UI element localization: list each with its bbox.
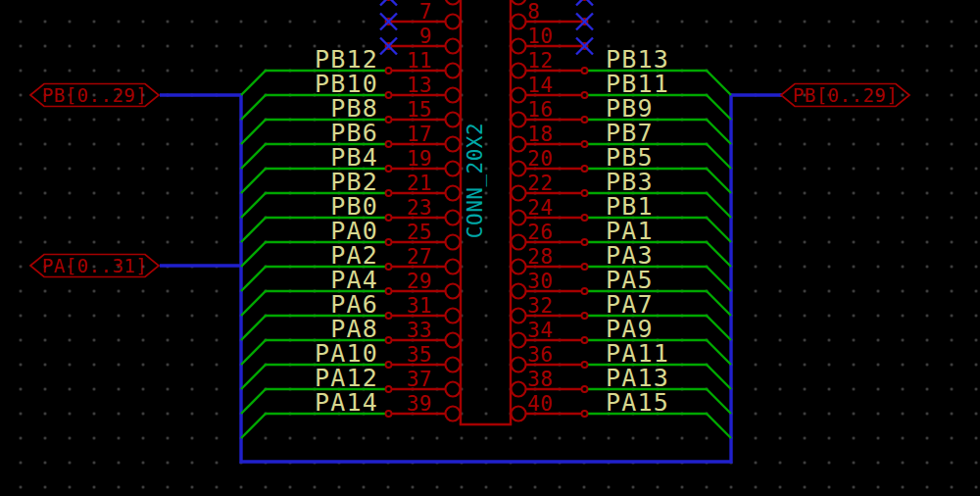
pin-circle [446, 64, 461, 78]
hier-label-text: PA[0..31] [42, 255, 147, 276]
pin-number: 27 [407, 245, 432, 269]
pin-end-circle [582, 313, 588, 319]
pin-end-circle [386, 411, 392, 417]
hier-label-text: PB[0..29] [793, 84, 898, 106]
pin-circle [512, 39, 526, 54]
pin-number: 40 [527, 392, 553, 416]
pin-circle [446, 211, 461, 225]
hier-label-text: PB[0..29] [42, 84, 147, 106]
pin-number: 18 [527, 123, 553, 146]
schematic-drawing: 7891011121314151617181920212223242526272… [0, 0, 980, 496]
pin-circle [512, 309, 526, 323]
pin-number: 29 [407, 270, 432, 293]
pin-number: 35 [407, 343, 432, 367]
pin-number: 36 [527, 343, 553, 367]
pin-end-circle [582, 166, 588, 172]
pin-number: 8 [527, 0, 540, 24]
pin-end-circle [582, 362, 588, 368]
pin-number: 24 [527, 196, 553, 220]
pin-number: 37 [407, 368, 432, 391]
pin-circle [512, 0, 526, 5]
pin-end-circle [386, 337, 392, 343]
pin-circle [446, 39, 461, 54]
pin-number: 13 [407, 74, 432, 97]
pin-end-circle [386, 362, 392, 368]
pin-circle [446, 0, 461, 5]
pin-circle [446, 260, 461, 274]
hierarchical-label-pb-right[interactable]: PB[0..29] [781, 84, 909, 107]
pin-number: 12 [527, 49, 553, 73]
pin-circle [446, 382, 461, 397]
net-labels: PB12PB13PB10PB11PB8PB9PB6PB7PB4PB5PB2PB3… [315, 45, 669, 417]
pin-number: 7 [419, 0, 432, 24]
pin-circle [446, 88, 461, 103]
pin-number: 34 [527, 319, 553, 342]
pin-end-circle [386, 190, 392, 196]
pin-circle [512, 162, 526, 176]
pin-circle [446, 186, 461, 201]
pin-circle [512, 113, 526, 127]
pin-end-circle [582, 190, 588, 196]
pin-number: 38 [527, 368, 553, 391]
pin-end-circle [386, 288, 392, 294]
pin-end-circle [386, 313, 392, 319]
pin-circle [512, 407, 526, 422]
pin-end-circle [582, 117, 588, 123]
net-wire[interactable] [588, 414, 732, 438]
pin-end-circle [582, 215, 588, 221]
pin-number: 14 [527, 74, 553, 97]
pin-circle [446, 333, 461, 348]
pin-number: 19 [407, 147, 432, 171]
pin-number: 21 [407, 172, 432, 195]
pin-number: 15 [407, 98, 432, 122]
pin-number: 31 [407, 294, 432, 318]
pin-end-circle [582, 386, 588, 392]
pin-number: 22 [527, 172, 553, 195]
hierarchical-label-pa-left[interactable]: PA[0..31] [30, 255, 159, 277]
pin-end-circle [386, 166, 392, 172]
pin-circle [446, 162, 461, 176]
hierarchical-label-pb-left[interactable]: PB[0..29] [30, 84, 159, 107]
pin-end-circle [386, 386, 392, 392]
pin-number: 17 [407, 123, 432, 146]
net-wire[interactable] [241, 414, 386, 438]
pin-end-circle [386, 141, 392, 147]
pin-end-circle [582, 264, 588, 270]
pin-end-circle [582, 288, 588, 294]
net-label[interactable]: PA15 [606, 388, 669, 417]
pin-end-circle [386, 92, 392, 98]
pin-number: 30 [527, 270, 553, 293]
pin-end-circle [582, 92, 588, 98]
pin-circle [446, 358, 461, 372]
pin-circle [446, 137, 461, 152]
pin-number: 32 [527, 294, 553, 318]
pin-circle [512, 358, 526, 372]
pin-circle [512, 15, 526, 29]
pin-end-circle [386, 215, 392, 221]
pin-circle [512, 333, 526, 348]
pin-circle [446, 113, 461, 127]
pin-end-circle [582, 68, 588, 74]
pin-number: 26 [527, 221, 553, 244]
pin-number: 16 [527, 98, 553, 122]
pin-number: 33 [407, 319, 432, 342]
component-value-text: CONN_20X2 [464, 123, 487, 238]
pin-circle [512, 211, 526, 225]
pin-number: 10 [527, 25, 553, 48]
pin-circle [446, 235, 461, 250]
pin-circle [446, 309, 461, 323]
connector-symbol[interactable]: 7891011121314151617181920212223242526272… [386, 0, 588, 424]
pin-circle [446, 407, 461, 422]
pin-number: 25 [407, 221, 432, 244]
pin-circle [512, 284, 526, 299]
pin-end-circle [386, 264, 392, 270]
pin-circle [446, 15, 461, 29]
pin-circle [512, 260, 526, 274]
pin-number: 28 [527, 245, 553, 269]
pin-end-circle [386, 117, 392, 123]
pin-circle [512, 137, 526, 152]
pin-number: 23 [407, 196, 432, 220]
net-label[interactable]: PA14 [315, 388, 378, 417]
schematic-canvas: 7891011121314151617181920212223242526272… [0, 0, 980, 496]
pin-number: 20 [527, 147, 553, 171]
